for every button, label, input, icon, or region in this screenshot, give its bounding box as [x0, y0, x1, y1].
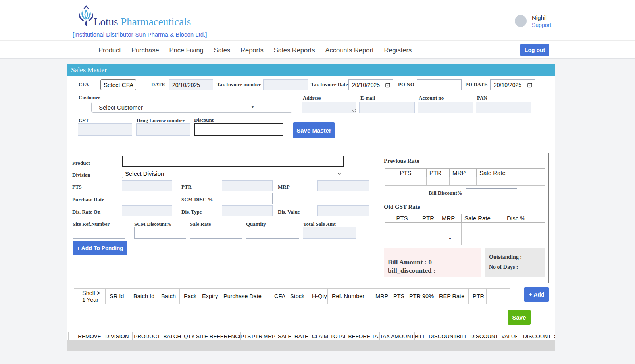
- user-role-link[interactable]: Support: [532, 22, 551, 28]
- drug-license-input[interactable]: [136, 123, 190, 136]
- previous-rate-table: PTS PTR MRP Sale Rate: [385, 168, 545, 186]
- scm-disc-input[interactable]: [222, 193, 273, 204]
- purchase-rate-input[interactable]: [122, 193, 172, 204]
- mrp-input[interactable]: [318, 180, 369, 191]
- sales-master-card: Sales Master CFA Select CFA DATE 20/10/2…: [67, 64, 555, 351]
- account-no-input[interactable]: [418, 102, 473, 113]
- scm-discount-input[interactable]: [134, 227, 186, 239]
- stock-header-ref-number: Ref. Number: [328, 289, 371, 304]
- bill-amount-text: Bill Amount : 0: [388, 258, 481, 266]
- mrp-label: MRP: [278, 184, 290, 190]
- nav-item-reports[interactable]: Reports: [241, 46, 264, 54]
- nav-item-sales-reports[interactable]: Sales Reports: [274, 46, 315, 54]
- po-no-input[interactable]: [417, 79, 462, 90]
- old-gst-dash-cell: -: [439, 231, 462, 245]
- old-gst-title: Old GST Rate: [384, 204, 420, 210]
- stock-header-stock: Stock: [286, 289, 308, 304]
- tax-invoice-date-input[interactable]: 20/10/2025: [348, 79, 393, 90]
- dis-value-input[interactable]: [318, 205, 369, 216]
- dis-type-input[interactable]: [222, 205, 273, 216]
- site-ref-label: Site Ref.Number: [73, 221, 110, 227]
- pending-header-sale-rate: SALE_RATE: [276, 332, 310, 341]
- total-sale-amt-label: Total Sale Amt: [303, 221, 336, 227]
- no-of-days-label: No of Days :: [489, 262, 545, 272]
- dis-rate-on-input[interactable]: [122, 205, 172, 216]
- email-input[interactable]: [359, 102, 415, 113]
- date-input[interactable]: 20/10/2025: [169, 79, 213, 90]
- nav-item-sales[interactable]: Sales: [214, 46, 230, 54]
- pending-table: REMOVE DIVISION PRODUCT BATCH QTY SITE R…: [68, 332, 555, 340]
- po-date-value: 20/10/2025: [494, 82, 521, 88]
- pending-header-discount-sale: DISCOUNT_SALE_A: [517, 332, 555, 341]
- customer-select[interactable]: Select Customer ▼: [91, 102, 292, 113]
- avatar[interactable]: [515, 15, 527, 27]
- rate-panel: Previous Rate PTS PTR MRP Sale Rate Bill…: [379, 153, 549, 283]
- pending-header-division: DIVISION: [102, 332, 133, 341]
- ptr-input[interactable]: [222, 180, 273, 191]
- pending-header-claim: CLAIM: [310, 332, 330, 341]
- po-date-input[interactable]: 20/10/2025: [490, 79, 535, 90]
- site-ref-input[interactable]: [73, 227, 125, 239]
- sale-rate-input[interactable]: [190, 227, 242, 239]
- add-to-pending-button[interactable]: + Add To Pending: [73, 241, 127, 255]
- nav-item-registers[interactable]: Registers: [384, 46, 412, 54]
- previous-rate-title: Previous Rate: [384, 158, 419, 164]
- prev-rate-header: MRP: [450, 169, 477, 177]
- pan-label: PAN: [477, 95, 487, 101]
- bill-discounted-text: bill_discounted :: [388, 266, 481, 275]
- gst-input[interactable]: [78, 123, 132, 136]
- pending-header-total-before-tax: TOTAL BEFORE TAX: [330, 332, 380, 341]
- chevron-down-icon: [337, 171, 341, 175]
- pending-header-remove: REMOVE: [77, 332, 102, 341]
- brand-name-primary: Lotus: [94, 16, 118, 28]
- save-master-button[interactable]: Save Master: [293, 122, 335, 138]
- main-nav: Product Purchase Price Fixing Sales Repo…: [0, 41, 635, 59]
- logout-button[interactable]: Log out: [520, 44, 549, 56]
- address-label: Address: [303, 95, 321, 101]
- quantity-input[interactable]: [246, 227, 299, 239]
- nav-item-price-fixing[interactable]: Price Fixing: [169, 46, 204, 54]
- old-gst-header: PTS: [385, 214, 419, 223]
- division-select[interactable]: Select Division: [122, 169, 344, 178]
- prev-rate-cell: [477, 177, 545, 186]
- tax-invoice-number-input[interactable]: [263, 79, 308, 90]
- resize-handle[interactable]: [352, 109, 356, 112]
- discount-input[interactable]: [194, 123, 283, 136]
- nav-item-accounts-report[interactable]: Accounts Report: [325, 46, 374, 54]
- old-gst-cell: [439, 223, 462, 231]
- bill-amount-box: Bill Amount : 0 bill_discounted :: [384, 248, 481, 277]
- prev-rate-cell: [427, 177, 450, 186]
- stock-header-rep-rate: REP Rate: [435, 289, 469, 304]
- stock-header-h-qty: H-Qty: [308, 289, 328, 304]
- add-button[interactable]: + Add: [524, 287, 549, 302]
- nav-item-purchase[interactable]: Purchase: [131, 46, 159, 54]
- dis-type-label: Dis. Type: [181, 209, 202, 215]
- nav-item-product[interactable]: Product: [98, 46, 121, 54]
- stock-header-pts: PTS: [389, 289, 405, 304]
- calendar-icon[interactable]: [385, 82, 390, 87]
- old-gst-cell: [462, 223, 504, 231]
- pending-header-bill-discount: BILL_DISCOUNT: [415, 332, 456, 341]
- calendar-icon[interactable]: [527, 82, 532, 87]
- customer-label: Customer: [79, 94, 100, 101]
- pan-input[interactable]: [476, 102, 531, 113]
- total-sale-amt-input[interactable]: [303, 227, 356, 239]
- pending-header-tax-amount: TAX AMOUNT: [380, 332, 415, 341]
- cfa-select[interactable]: Select CFA: [100, 79, 136, 90]
- bill-discount-input[interactable]: [466, 188, 517, 198]
- scm-disc-label: SCM DISC %: [181, 196, 213, 203]
- prev-rate-cell: [450, 177, 477, 186]
- product-input[interactable]: [122, 156, 344, 167]
- old-gst-header: MRP: [439, 214, 462, 223]
- save-button[interactable]: Save: [508, 310, 531, 325]
- pts-input[interactable]: [122, 180, 172, 191]
- brand-tagline: [Institutional Distributor-Sun Pharma & …: [73, 31, 207, 38]
- outstanding-box: Outstanding : No of Days :: [485, 248, 545, 277]
- stock-header-expiry: Expiry: [198, 289, 219, 304]
- quantity-label: Quantity: [246, 221, 266, 227]
- pending-header-qty: QTY: [183, 332, 196, 341]
- stock-header-purchase-date: Purchase Date: [219, 289, 270, 304]
- pending-header-ptr: PTR: [251, 332, 263, 341]
- prev-rate-header: PTS: [385, 169, 427, 177]
- address-textarea[interactable]: [302, 102, 356, 113]
